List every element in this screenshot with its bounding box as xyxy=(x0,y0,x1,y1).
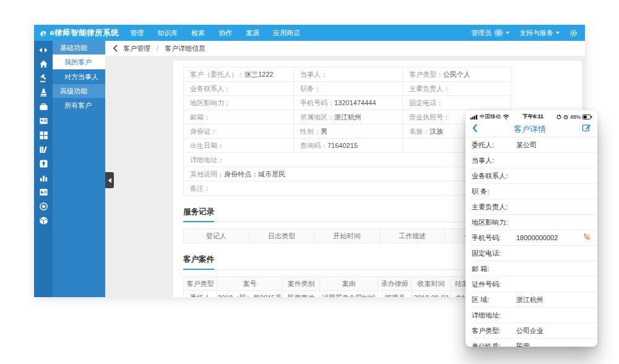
rail-item-archive[interactable] xyxy=(38,215,49,226)
rail-item-contacts[interactable] xyxy=(38,116,49,126)
form-row: 客户（委托人）：张三1222 当事人： 客户类型：公民个人 xyxy=(184,67,511,82)
carrier-label: 中国移动 xyxy=(480,113,501,121)
section-title-client-cases: 客户案件 xyxy=(183,254,214,270)
column-lawyer: 承办律师 xyxy=(378,277,412,290)
phone-field-job-title: 职 务: xyxy=(472,184,597,199)
panel-collapse-handle[interactable] xyxy=(105,172,114,188)
stamp-icon xyxy=(39,88,48,97)
rail-item-apps[interactable] xyxy=(38,130,49,141)
nav-item-case-source[interactable]: 案源 xyxy=(246,28,259,38)
column-registrant: 登记人 xyxy=(184,229,249,243)
form-row: 业务联系人： 职务： 主要负责人： xyxy=(184,82,511,96)
bar-chart-icon xyxy=(39,173,48,183)
column-start-time: 开始时间 xyxy=(314,229,380,243)
field-id-card: 身份证： xyxy=(184,124,294,138)
signal-icon xyxy=(470,115,478,119)
phone-back-button[interactable] xyxy=(472,123,478,136)
phone-page-title: 客户详情 xyxy=(478,124,582,135)
rail-item-cases[interactable] xyxy=(38,73,49,84)
phone-edit-button[interactable] xyxy=(582,123,591,135)
support-menu[interactable]: 支持与服务 xyxy=(519,28,560,38)
cell-cause: 试用买卖合同纠纷 xyxy=(320,291,378,297)
sidebar-item-my-clients[interactable]: 我的客户 xyxy=(53,54,105,69)
form-row: 邮箱： 所属地区：浙江杭州 营业执照号： xyxy=(184,110,511,124)
field-region-influence: 地区影响力： xyxy=(184,96,294,110)
icon-rail xyxy=(34,41,53,297)
table-header-row: 登记人 日志类型 开始时间 工作描述 公开状态 xyxy=(184,229,511,243)
cell-lawyer: 管理员 xyxy=(378,291,412,297)
field-client-principal: 客户（委托人）：张三1222 xyxy=(184,67,294,81)
app-logo-icon: e xyxy=(40,27,46,38)
badge-icon xyxy=(39,202,48,211)
sidebar-item-all-clients[interactable]: 所有客户 xyxy=(53,98,105,113)
battery-percent-label: 48% xyxy=(570,114,581,120)
chevron-down-icon xyxy=(506,32,509,34)
phone-icon xyxy=(582,233,591,241)
phone-field-principal: 委托人:某公司 xyxy=(472,137,597,153)
field-region: 所属地区：浙江杭州 xyxy=(294,110,403,124)
battery-icon xyxy=(582,115,592,119)
back-button[interactable] xyxy=(113,45,118,52)
form-row: 地区影响力： 手机号码：13201474444 固定电话： xyxy=(184,96,511,110)
phone-status-bar: 中国移动 下午6:11 48% xyxy=(465,110,597,121)
field-email: 邮箱： xyxy=(184,110,294,124)
breadcrumb-separator: / xyxy=(157,45,158,52)
column-client-type: 客户类型 xyxy=(184,277,217,290)
grid-icon xyxy=(39,131,48,140)
cell-case-category: 民商案件 xyxy=(283,291,320,297)
upload-icon xyxy=(39,159,48,168)
cell-client-type: 委托人 xyxy=(184,291,217,297)
rail-item-home[interactable] xyxy=(38,59,49,69)
support-label: 支持与服务 xyxy=(519,28,553,38)
call-button[interactable] xyxy=(582,233,591,243)
field-query-code: 查询码：71640215 xyxy=(294,139,403,152)
settings-button[interactable] xyxy=(569,29,578,37)
table-row[interactable]: 委托人 2018（民）第0015号 民商案件 试用买卖合同纠纷 管理员 2018… xyxy=(184,291,492,297)
field-birth-date: 出生日期： xyxy=(184,139,294,152)
home-icon xyxy=(39,59,48,69)
nav-item-app-store[interactable]: 应用商店 xyxy=(273,28,300,38)
column-case-category: 案件类别 xyxy=(283,277,320,290)
rail-item-briefcase[interactable] xyxy=(38,102,49,112)
field-main-manager: 主要负责人： xyxy=(403,82,512,95)
phone-field-business-contact: 业务联系人: xyxy=(472,168,597,184)
form-row: 详细地址： xyxy=(184,153,511,167)
rail-item-statistics[interactable] xyxy=(38,173,49,183)
phone-field-email: 邮 箱: xyxy=(472,261,597,277)
user-menu[interactable]: 管理员 0 xyxy=(471,28,509,38)
column-cause: 案由 xyxy=(320,277,378,290)
phone-field-id-number: 证件号码: xyxy=(472,277,597,292)
rail-item-seal[interactable] xyxy=(38,201,49,212)
gear-icon xyxy=(569,29,578,37)
rail-item-reports[interactable] xyxy=(38,187,49,197)
collapse-sidebar-button[interactable] xyxy=(38,45,49,55)
triangle-left-icon xyxy=(108,178,112,183)
rail-item-library[interactable] xyxy=(38,144,49,155)
report-icon xyxy=(39,188,48,197)
nav-item-search[interactable]: 检索 xyxy=(191,28,205,38)
client-cases-table: 客户类型 案号 案件类别 案由 承办律师 收案时间 结案状态 委托人 2018（… xyxy=(183,276,493,297)
field-address: 详细地址： xyxy=(184,153,511,167)
service-records-table: 登记人 日志类型 开始时间 工作描述 公开状态 xyxy=(183,228,511,243)
cube-icon xyxy=(39,216,48,225)
cell-intake-date: 2018-08-03 xyxy=(412,291,451,297)
nav-item-manage[interactable]: 管理 xyxy=(130,28,144,38)
chevron-down-icon xyxy=(556,32,560,34)
sidebar-item-opposing-party[interactable]: 对方当事人 xyxy=(53,69,105,84)
nav-item-knowledge[interactable]: 知识库 xyxy=(157,28,178,38)
chevron-left-icon xyxy=(113,45,118,52)
breadcrumb-parent[interactable]: 客户管理 xyxy=(123,44,150,53)
gavel-icon xyxy=(39,74,48,83)
phone-field-main-manager: 主要负责人: xyxy=(472,199,597,215)
main-nav: 管理 知识库 检索 协作 案源 应用商店 xyxy=(130,28,300,38)
rail-item-upload[interactable] xyxy=(38,158,49,169)
rail-item-stamp[interactable] xyxy=(38,87,49,98)
column-intake-date: 收案时间 xyxy=(412,277,451,290)
section-title-service-records: 服务记录 xyxy=(183,207,214,222)
client-cases-section: 客户案件 客户类型 案号 案件类别 案由 承办律师 收案时间 结案状态 xyxy=(183,253,511,297)
field-mobile: 手机号码：13201474444 xyxy=(294,96,403,110)
phone-field-company-nature: 单位性质:民营 xyxy=(472,339,597,347)
nav-item-collaborate[interactable]: 协作 xyxy=(219,28,232,38)
form-row: 备注： xyxy=(184,181,511,196)
field-job-title: 职务： xyxy=(294,82,403,95)
